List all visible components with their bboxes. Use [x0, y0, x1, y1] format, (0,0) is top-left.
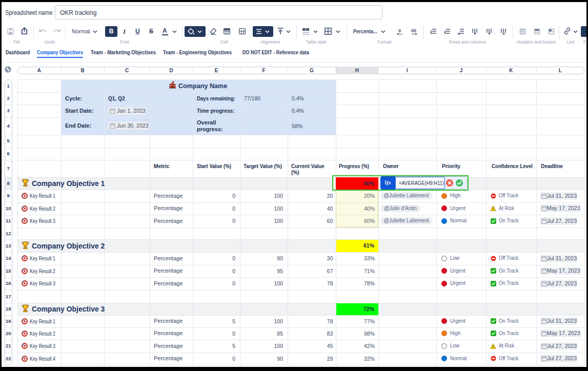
svg-text:0: 0 — [398, 28, 401, 33]
svg-text:00: 00 — [411, 28, 416, 33]
